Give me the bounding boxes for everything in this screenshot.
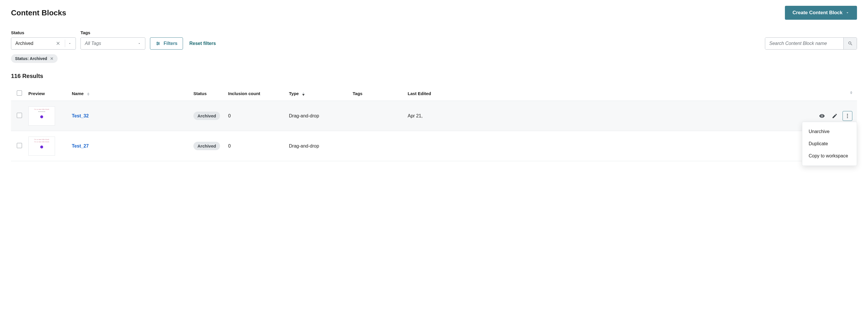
content-blocks-table: Preview Name Status Inclusion count Type… bbox=[11, 86, 857, 161]
preview-button[interactable] bbox=[817, 111, 827, 121]
col-status: Status bbox=[190, 86, 225, 101]
menu-duplicate[interactable]: Duplicate bbox=[802, 138, 857, 150]
row-type: Drag-and-drop bbox=[286, 131, 350, 161]
edit-button[interactable] bbox=[830, 111, 840, 121]
chevron-down-icon bbox=[137, 42, 141, 45]
row-inclusion: 0 bbox=[225, 101, 286, 131]
filters-label: Filters bbox=[163, 41, 178, 46]
search-button[interactable] bbox=[843, 38, 857, 49]
col-type[interactable]: Type bbox=[286, 86, 350, 101]
preview-thumbnail: I'm a new title block • • • • • • • • bbox=[28, 106, 55, 125]
chevron-down-icon bbox=[68, 42, 71, 45]
search-input[interactable] bbox=[765, 38, 843, 49]
row-inclusion: 0 bbox=[225, 131, 286, 161]
col-type-label: Type bbox=[289, 91, 299, 96]
table-row[interactable]: I'm a new title block I'm a new title bl… bbox=[11, 131, 857, 161]
caret-down-icon bbox=[845, 11, 849, 15]
row-date bbox=[405, 131, 814, 161]
svg-point-7 bbox=[847, 115, 848, 116]
col-last-edited-label: Last Edited bbox=[408, 91, 431, 96]
status-badge: Archived bbox=[193, 142, 220, 150]
more-actions-button[interactable] bbox=[842, 111, 852, 121]
col-last-edited[interactable]: Last Edited bbox=[405, 86, 857, 101]
filters-button[interactable]: Filters bbox=[150, 37, 183, 50]
clear-status-icon[interactable]: ✕ bbox=[56, 40, 60, 47]
create-label: Create Content Block bbox=[793, 10, 842, 16]
search-wrap bbox=[765, 37, 857, 50]
divider bbox=[65, 40, 65, 47]
page-title: Content Blocks bbox=[11, 8, 66, 18]
row-date: Apr 21, bbox=[405, 101, 814, 131]
reset-filters-link[interactable]: Reset filters bbox=[189, 37, 216, 50]
svg-point-6 bbox=[847, 114, 848, 115]
status-value: Archived bbox=[16, 41, 56, 46]
status-badge: Archived bbox=[193, 112, 220, 120]
row-checkbox[interactable] bbox=[17, 113, 22, 118]
table-row[interactable]: I'm a new title block • • • • • • • • Te… bbox=[11, 101, 857, 131]
kebab-icon bbox=[844, 113, 850, 119]
pencil-icon bbox=[832, 113, 838, 119]
eye-icon bbox=[819, 113, 825, 119]
col-name-label: Name bbox=[72, 91, 84, 96]
preview-thumbnail: I'm a new title block I'm a new title bl… bbox=[28, 137, 55, 156]
col-name[interactable]: Name bbox=[69, 86, 190, 101]
svg-point-5 bbox=[157, 44, 158, 45]
sliders-icon bbox=[155, 41, 161, 46]
row-tags bbox=[350, 131, 405, 161]
sort-icon bbox=[302, 92, 305, 96]
tags-value: All Tags bbox=[85, 41, 137, 46]
sort-icon bbox=[87, 92, 90, 96]
col-inclusion: Inclusion count bbox=[225, 86, 286, 101]
tags-filter-label: Tags bbox=[81, 30, 145, 35]
results-count: 116 Results bbox=[11, 73, 857, 80]
row-name-link[interactable]: Test_32 bbox=[72, 113, 89, 118]
col-preview: Preview bbox=[26, 86, 69, 101]
row-actions-menu: Unarchive Duplicate Copy to workspace bbox=[802, 122, 857, 166]
svg-point-3 bbox=[157, 42, 158, 43]
menu-copy-to-workspace[interactable]: Copy to workspace bbox=[802, 150, 857, 162]
status-filter-select[interactable]: Archived ✕ bbox=[11, 37, 76, 50]
filter-chip-status[interactable]: Status: Archived ✕ bbox=[11, 54, 58, 63]
col-tags: Tags bbox=[350, 86, 405, 101]
select-all-checkbox[interactable] bbox=[17, 90, 22, 96]
svg-point-4 bbox=[158, 43, 159, 44]
row-type: Drag-and-drop bbox=[286, 101, 350, 131]
create-content-block-button[interactable]: Create Content Block bbox=[785, 6, 857, 20]
search-icon bbox=[848, 41, 853, 46]
svg-point-8 bbox=[847, 117, 848, 118]
menu-unarchive[interactable]: Unarchive bbox=[802, 125, 857, 138]
row-tags bbox=[350, 101, 405, 131]
sort-icon bbox=[850, 91, 852, 94]
row-checkbox[interactable] bbox=[17, 143, 22, 148]
status-filter-label: Status bbox=[11, 30, 76, 35]
tags-filter-select[interactable]: All Tags bbox=[81, 37, 145, 50]
chip-label: Status: Archived bbox=[15, 56, 47, 61]
close-icon[interactable]: ✕ bbox=[50, 56, 54, 61]
row-name-link[interactable]: Test_27 bbox=[72, 144, 89, 148]
